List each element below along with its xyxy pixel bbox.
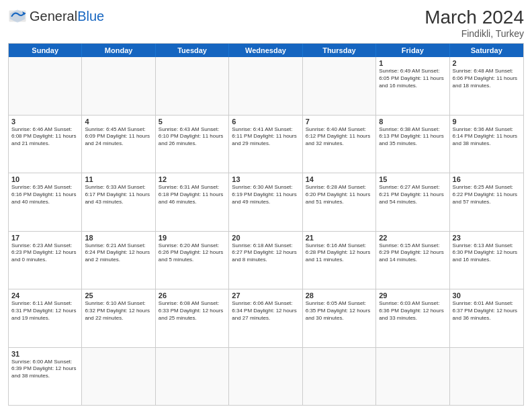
day-number: 8	[379, 118, 446, 126]
day-cell: 9Sunrise: 6:36 AM Sunset: 6:14 PM Daylig…	[450, 116, 523, 173]
day-number: 30	[453, 291, 521, 300]
logo-text: GeneralBlue	[30, 9, 104, 23]
day-number: 16	[453, 175, 521, 183]
sun-info: Sunrise: 6:06 AM Sunset: 6:34 PM Dayligh…	[232, 300, 299, 322]
day-cell: 19Sunrise: 6:20 AM Sunset: 6:26 PM Dayli…	[156, 232, 229, 289]
day-cell: 2Sunrise: 6:48 AM Sunset: 6:06 PM Daylig…	[450, 57, 523, 115]
sun-info: Sunrise: 6:27 AM Sunset: 6:21 PM Dayligh…	[379, 184, 446, 205]
day-number: 14	[306, 175, 373, 183]
day-cell: 1Sunrise: 6:49 AM Sunset: 6:05 PM Daylig…	[376, 57, 449, 115]
month-year: March 2024	[425, 7, 524, 28]
location: Findikli, Turkey	[425, 28, 524, 39]
week-5: 31Sunrise: 6:00 AM Sunset: 6:39 PM Dayli…	[9, 348, 523, 406]
day-cell: 3Sunrise: 6:46 AM Sunset: 6:08 PM Daylig…	[9, 116, 82, 173]
day-number: 25	[85, 291, 152, 300]
sun-info: Sunrise: 6:05 AM Sunset: 6:35 PM Dayligh…	[306, 300, 373, 322]
day-header-monday: Monday	[82, 44, 155, 57]
day-cell: 8Sunrise: 6:38 AM Sunset: 6:13 PM Daylig…	[376, 116, 449, 173]
day-number: 1	[379, 59, 446, 67]
sun-info: Sunrise: 6:13 AM Sunset: 6:30 PM Dayligh…	[453, 242, 521, 264]
day-header-wednesday: Wednesday	[229, 44, 302, 57]
week-2: 10Sunrise: 6:35 AM Sunset: 6:16 PM Dayli…	[9, 173, 523, 232]
day-number: 24	[11, 291, 79, 300]
sun-info: Sunrise: 6:40 AM Sunset: 6:12 PM Dayligh…	[306, 126, 373, 148]
sun-info: Sunrise: 6:49 AM Sunset: 6:05 PM Dayligh…	[379, 68, 446, 89]
day-number: 27	[232, 291, 299, 300]
day-number: 20	[232, 234, 299, 242]
sun-info: Sunrise: 6:45 AM Sunset: 6:09 PM Dayligh…	[85, 126, 152, 148]
sun-info: Sunrise: 6:33 AM Sunset: 6:17 PM Dayligh…	[85, 184, 152, 205]
day-cell: 4Sunrise: 6:45 AM Sunset: 6:09 PM Daylig…	[82, 116, 155, 173]
sun-info: Sunrise: 6:36 AM Sunset: 6:14 PM Dayligh…	[453, 126, 521, 148]
day-headers: SundayMondayTuesdayWednesdayThursdayFrid…	[9, 44, 523, 57]
week-0: 1Sunrise: 6:49 AM Sunset: 6:05 PM Daylig…	[9, 57, 523, 116]
day-number: 26	[159, 291, 226, 300]
day-cell: 7Sunrise: 6:40 AM Sunset: 6:12 PM Daylig…	[303, 116, 376, 173]
day-cell: 15Sunrise: 6:27 AM Sunset: 6:21 PM Dayli…	[376, 173, 449, 231]
sun-info: Sunrise: 6:41 AM Sunset: 6:11 PM Dayligh…	[232, 126, 299, 148]
weeks: 1Sunrise: 6:49 AM Sunset: 6:05 PM Daylig…	[9, 57, 523, 405]
day-number: 2	[453, 59, 521, 67]
calendar: SundayMondayTuesdayWednesdayThursdayFrid…	[8, 43, 524, 406]
day-number: 23	[453, 234, 521, 242]
sun-info: Sunrise: 6:43 AM Sunset: 6:10 PM Dayligh…	[159, 126, 226, 148]
sun-info: Sunrise: 6:11 AM Sunset: 6:31 PM Dayligh…	[11, 300, 79, 322]
sun-info: Sunrise: 6:15 AM Sunset: 6:29 PM Dayligh…	[379, 242, 446, 264]
day-header-tuesday: Tuesday	[156, 44, 229, 57]
day-cell: 31Sunrise: 6:00 AM Sunset: 6:39 PM Dayli…	[9, 348, 82, 406]
day-cell: 5Sunrise: 6:43 AM Sunset: 6:10 PM Daylig…	[156, 116, 229, 173]
day-cell	[9, 57, 82, 115]
day-number: 10	[11, 175, 79, 183]
day-cell	[450, 348, 523, 406]
day-number: 18	[85, 234, 152, 242]
sun-info: Sunrise: 6:20 AM Sunset: 6:26 PM Dayligh…	[159, 242, 226, 264]
sun-info: Sunrise: 6:46 AM Sunset: 6:08 PM Dayligh…	[11, 126, 79, 148]
day-number: 4	[85, 118, 152, 126]
day-number: 9	[453, 118, 521, 126]
sun-info: Sunrise: 6:25 AM Sunset: 6:22 PM Dayligh…	[453, 184, 521, 205]
sun-info: Sunrise: 6:48 AM Sunset: 6:06 PM Dayligh…	[453, 68, 521, 89]
day-number: 21	[306, 234, 373, 242]
day-cell: 14Sunrise: 6:28 AM Sunset: 6:20 PM Dayli…	[303, 173, 376, 231]
day-cell: 11Sunrise: 6:33 AM Sunset: 6:17 PM Dayli…	[82, 173, 155, 231]
sun-info: Sunrise: 6:16 AM Sunset: 6:28 PM Dayligh…	[306, 242, 373, 264]
day-cell: 24Sunrise: 6:11 AM Sunset: 6:31 PM Dayli…	[9, 289, 82, 347]
sun-info: Sunrise: 6:30 AM Sunset: 6:19 PM Dayligh…	[232, 184, 299, 205]
day-cell: 26Sunrise: 6:08 AM Sunset: 6:33 PM Dayli…	[156, 289, 229, 347]
day-number: 3	[11, 118, 79, 126]
day-number: 22	[379, 234, 446, 242]
day-cell: 25Sunrise: 6:10 AM Sunset: 6:32 PM Dayli…	[82, 289, 155, 347]
sun-info: Sunrise: 6:08 AM Sunset: 6:33 PM Dayligh…	[159, 300, 226, 322]
day-cell: 17Sunrise: 6:23 AM Sunset: 6:23 PM Dayli…	[9, 232, 82, 289]
sun-info: Sunrise: 6:38 AM Sunset: 6:13 PM Dayligh…	[379, 126, 446, 148]
day-cell: 29Sunrise: 6:03 AM Sunset: 6:36 PM Dayli…	[376, 289, 449, 347]
week-3: 17Sunrise: 6:23 AM Sunset: 6:23 PM Dayli…	[9, 232, 523, 290]
sun-info: Sunrise: 6:03 AM Sunset: 6:36 PM Dayligh…	[379, 300, 446, 322]
sun-info: Sunrise: 6:23 AM Sunset: 6:23 PM Dayligh…	[11, 242, 79, 264]
day-cell: 22Sunrise: 6:15 AM Sunset: 6:29 PM Dayli…	[376, 232, 449, 289]
sun-info: Sunrise: 6:00 AM Sunset: 6:39 PM Dayligh…	[11, 359, 79, 380]
day-number: 11	[85, 175, 152, 183]
day-number: 31	[11, 350, 79, 358]
day-number: 13	[232, 175, 299, 183]
title-block: March 2024 Findikli, Turkey	[425, 7, 524, 39]
day-header-saturday: Saturday	[450, 44, 523, 57]
day-cell	[82, 57, 155, 115]
day-cell	[156, 348, 229, 406]
day-number: 17	[11, 234, 79, 242]
logo-icon	[8, 7, 27, 26]
day-cell	[229, 348, 302, 406]
day-cell	[376, 348, 449, 406]
day-number: 15	[379, 175, 446, 183]
day-cell: 16Sunrise: 6:25 AM Sunset: 6:22 PM Dayli…	[450, 173, 523, 231]
day-cell: 27Sunrise: 6:06 AM Sunset: 6:34 PM Dayli…	[229, 289, 302, 347]
day-number: 12	[159, 175, 226, 183]
day-cell: 20Sunrise: 6:18 AM Sunset: 6:27 PM Dayli…	[229, 232, 302, 289]
sun-info: Sunrise: 6:21 AM Sunset: 6:24 PM Dayligh…	[85, 242, 152, 264]
day-cell: 10Sunrise: 6:35 AM Sunset: 6:16 PM Dayli…	[9, 173, 82, 231]
header: GeneralBlue March 2024 Findikli, Turkey	[8, 7, 524, 39]
week-4: 24Sunrise: 6:11 AM Sunset: 6:31 PM Dayli…	[9, 289, 523, 348]
day-number: 6	[232, 118, 299, 126]
day-number: 28	[306, 291, 373, 300]
sun-info: Sunrise: 6:31 AM Sunset: 6:18 PM Dayligh…	[159, 184, 226, 205]
